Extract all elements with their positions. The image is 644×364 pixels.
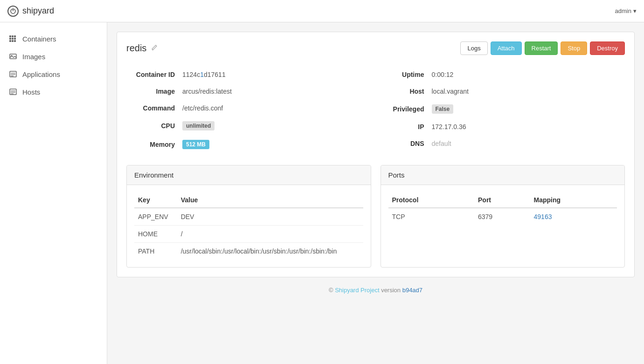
env-col-value: Value	[177, 192, 363, 208]
sidebar: Containers Images Applicati	[0, 22, 107, 364]
image-icon	[9, 52, 18, 61]
ports-body: Protocol Port Mapping TCP637949163	[381, 185, 625, 233]
details-left: Container ID 1124c1d17611 Image arcus/re…	[126, 66, 376, 154]
logs-button[interactable]: Logs	[460, 41, 487, 55]
ports-panel: Ports Protocol Port Mapping T	[381, 165, 625, 268]
env-key: APP_ENV	[134, 208, 177, 226]
brand: shipyard	[7, 6, 54, 17]
environment-panel: Environment Key Value APP_ENVDEVHOME/PAT…	[126, 165, 371, 268]
app-header: shipyard admin ▾	[0, 0, 644, 22]
port-mapping: 49163	[530, 208, 617, 225]
sidebar-item-hosts[interactable]: Hosts	[0, 83, 107, 101]
sidebar-label-containers: Containers	[22, 35, 56, 43]
sidebar-item-containers[interactable]: Containers	[0, 30, 107, 48]
detail-host: Host local.vagrant	[376, 83, 625, 100]
env-key: PATH	[134, 243, 177, 260]
stop-button[interactable]: Stop	[561, 41, 587, 55]
sidebar-label-images: Images	[22, 53, 45, 61]
details-grid: Container ID 1124c1d17611 Image arcus/re…	[126, 66, 625, 154]
destroy-button[interactable]: Destroy	[590, 41, 625, 55]
memory-badge: 512 MB	[182, 140, 209, 149]
environment-body: Key Value APP_ENVDEVHOME/PATH/usr/local/…	[127, 185, 371, 267]
env-table-row: HOME/	[134, 226, 363, 243]
sidebar-label-hosts: Hosts	[22, 88, 40, 96]
privileged-badge: False	[432, 104, 454, 114]
env-col-key: Key	[134, 192, 177, 208]
attach-button[interactable]: Attach	[491, 41, 522, 55]
detail-container-id: Container ID 1124c1d17611	[126, 66, 376, 83]
port-number: 6379	[474, 208, 530, 225]
environment-heading: Environment	[127, 165, 371, 185]
sidebar-label-applications: Applications	[22, 70, 60, 78]
port-mapping-link[interactable]: 49163	[534, 213, 552, 220]
restart-button[interactable]: Restart	[525, 41, 558, 55]
env-table-row: APP_ENVDEV	[134, 208, 363, 226]
detail-ip: IP 172.17.0.36	[376, 118, 625, 135]
action-buttons: Logs Attach Restart Stop Destroy	[460, 41, 625, 55]
card-header: redis Logs Attach Restart Stop Destroy	[126, 41, 625, 55]
brand-name: shipyard	[22, 6, 54, 16]
detail-command: Command /etc/redis.conf	[126, 100, 376, 117]
hosts-icon	[9, 88, 18, 96]
detail-dns: DNS default	[376, 135, 625, 152]
applications-icon	[9, 70, 18, 78]
grid-icon	[9, 34, 18, 43]
env-value: /usr/local/sbin:/usr/local/bin:/usr/sbin…	[177, 243, 363, 260]
version-link[interactable]: b94ad7	[402, 287, 422, 294]
bottom-panels: Environment Key Value APP_ENVDEVHOME/PAT…	[126, 165, 625, 268]
detail-privileged: Privileged False	[376, 100, 625, 118]
ports-heading: Ports	[381, 165, 625, 185]
ports-col-port: Port	[474, 192, 530, 208]
container-title: redis	[126, 43, 146, 54]
user-menu[interactable]: admin ▾	[615, 7, 637, 14]
title-row: redis	[126, 43, 158, 54]
detail-cpu: CPU unlimited	[126, 117, 376, 135]
env-key: HOME	[134, 226, 177, 243]
environment-table: Key Value APP_ENVDEVHOME/PATH/usr/local/…	[134, 192, 363, 260]
details-right: Uptime 0:00:12 Host local.vagrant Privil…	[376, 66, 625, 154]
cpu-badge: unlimited	[182, 121, 215, 130]
sidebar-item-applications[interactable]: Applications	[0, 65, 107, 83]
shipyard-project-link[interactable]: Shipyard Project	[335, 287, 379, 294]
ports-col-mapping: Mapping	[530, 192, 617, 208]
detail-image: Image arcus/redis:latest	[126, 83, 376, 100]
edit-icon[interactable]	[151, 44, 158, 52]
page-footer: © Shipyard Project version b94ad7	[117, 277, 635, 303]
brand-icon	[7, 6, 19, 17]
port-protocol: TCP	[388, 208, 475, 225]
container-card: redis Logs Attach Restart Stop Destroy	[117, 32, 635, 277]
main-content: redis Logs Attach Restart Stop Destroy	[107, 22, 644, 364]
env-table-row: PATH/usr/local/sbin:/usr/local/bin:/usr/…	[134, 243, 363, 260]
ports-col-protocol: Protocol	[388, 192, 475, 208]
detail-memory: Memory 512 MB	[126, 135, 376, 154]
ports-table: Protocol Port Mapping TCP637949163	[388, 192, 617, 225]
sidebar-item-images[interactable]: Images	[0, 48, 107, 65]
env-value: DEV	[177, 208, 363, 226]
detail-uptime: Uptime 0:00:12	[376, 66, 625, 83]
env-value: /	[177, 226, 363, 243]
chevron-down-icon: ▾	[633, 7, 637, 14]
ports-table-row: TCP637949163	[388, 208, 617, 225]
